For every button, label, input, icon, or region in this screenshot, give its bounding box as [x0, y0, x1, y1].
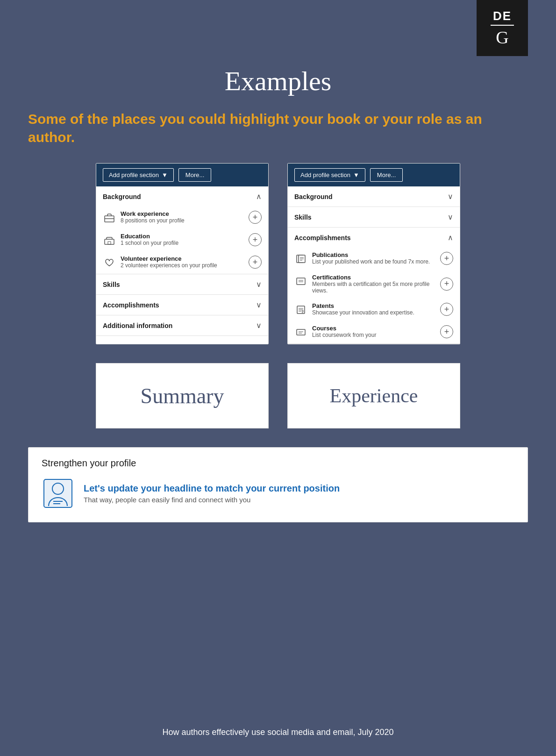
left-accomplishments-section: Accomplishments ∨	[96, 295, 268, 315]
footer-text: How authors effectively use social media…	[163, 727, 394, 737]
right-publications-sub: List your published work and be found 7x…	[312, 258, 435, 265]
left-edu-add-button[interactable]: +	[249, 233, 262, 246]
right-accomplishments-section: Accomplishments ∧ Publications List	[288, 228, 460, 344]
left-skills-header[interactable]: Skills ∨	[96, 274, 268, 294]
right-background-header[interactable]: Background ∨	[288, 186, 460, 207]
strengthen-content: Let's update your headline to match your…	[42, 477, 514, 510]
right-courses-text: Courses List coursework from your	[312, 325, 435, 338]
left-work-text: Work experience 8 positions on your prof…	[121, 210, 244, 224]
left-background-chevron-icon: ∧	[256, 192, 262, 201]
left-work-add-button[interactable]: +	[249, 211, 262, 224]
left-work-sub: 8 positions on your profile	[121, 217, 244, 224]
right-publications-add-button[interactable]: +	[440, 252, 453, 265]
right-patents-sub: Showcase your innovation and expertise.	[312, 309, 435, 316]
right-background-chevron-icon: ∨	[448, 192, 453, 201]
left-volunteer-sub: 2 volunteer experiences on your profile	[121, 262, 244, 269]
logo: DE G	[477, 0, 528, 56]
right-certifications-text: Certifications Members with a certificat…	[312, 274, 435, 294]
publications-icon	[294, 252, 307, 265]
left-background-header[interactable]: Background ∧	[96, 186, 268, 207]
left-additional-section: Additional information ∨	[96, 315, 268, 336]
left-work-item: Work experience 8 positions on your prof…	[96, 207, 268, 229]
left-edu-sub: 1 school on your profile	[121, 240, 244, 246]
strengthen-profile-box: Strengthen your profile Let's update you…	[28, 447, 528, 522]
right-patents-text: Patents Showcase your innovation and exp…	[312, 302, 435, 316]
panels-row: Add profile section ▼ More... Background…	[28, 163, 528, 344]
right-courses-title: Courses	[312, 325, 435, 332]
courses-icon	[294, 326, 307, 339]
logo-g: G	[496, 29, 508, 46]
left-additional-chevron-icon: ∨	[256, 321, 262, 330]
left-more-button[interactable]: More...	[178, 168, 211, 182]
right-certifications-sub: Members with a certification get 5x more…	[312, 281, 435, 294]
left-edu-text: Education 1 school on your profile	[121, 233, 244, 246]
left-volunteer-add-button[interactable]: +	[249, 256, 262, 269]
left-accomplishments-chevron-icon: ∨	[256, 300, 262, 309]
briefcase-icon	[103, 211, 116, 224]
svg-rect-9	[297, 278, 305, 285]
right-courses-item: Courses List coursework from your +	[288, 321, 460, 343]
left-panel-header: Add profile section ▼ More...	[96, 164, 268, 186]
right-certifications-add-button[interactable]: +	[440, 278, 453, 291]
page-subtitle: Some of the places you could highlight y…	[28, 110, 528, 146]
right-courses-add-button[interactable]: +	[440, 325, 453, 338]
left-accomplishments-header[interactable]: Accomplishments ∨	[96, 295, 268, 315]
left-additional-title: Additional information	[103, 322, 172, 329]
experience-box: Experience	[287, 363, 460, 428]
right-skills-header[interactable]: Skills ∨	[288, 207, 460, 227]
education-icon	[103, 234, 116, 247]
left-volunteer-title: Volunteer experience	[121, 255, 244, 262]
volunteer-icon	[103, 256, 116, 269]
right-courses-sub: List coursework from your	[312, 332, 435, 338]
strengthen-main-text: Let's update your headline to match your…	[84, 483, 340, 494]
right-add-chevron-icon: ▼	[353, 171, 359, 178]
left-edu-title: Education	[121, 233, 244, 240]
right-certifications-item: Certifications Members with a certificat…	[288, 270, 460, 299]
right-patents-title: Patents	[312, 302, 435, 309]
strengthen-title: Strengthen your profile	[42, 458, 514, 469]
summary-box: Summary	[96, 363, 269, 428]
left-add-profile-button[interactable]: Add profile section ▼	[103, 168, 174, 182]
right-publications-item: Publications List your published work an…	[288, 248, 460, 270]
experience-label: Experience	[330, 385, 418, 407]
right-panel-header: Add profile section ▼ More...	[288, 164, 460, 186]
right-patents-item: Patents Showcase your innovation and exp…	[288, 299, 460, 321]
logo-de: DE	[493, 10, 512, 22]
right-accomplishments-title: Accomplishments	[294, 234, 351, 242]
left-edu-item: Education 1 school on your profile +	[96, 229, 268, 251]
left-volunteer-text: Volunteer experience 2 volunteer experie…	[121, 255, 244, 269]
left-panel: Add profile section ▼ More... Background…	[96, 163, 269, 344]
right-skills-section: Skills ∨	[288, 207, 460, 228]
svg-rect-20	[297, 329, 305, 335]
page-title: Examples	[225, 65, 332, 97]
right-certifications-title: Certifications	[312, 274, 435, 281]
right-background-title: Background	[294, 193, 333, 200]
summary-experience-row: Summary Experience	[28, 363, 528, 428]
left-add-chevron-icon: ▼	[162, 171, 168, 178]
strengthen-profile-icon	[42, 477, 74, 510]
patents-icon	[294, 303, 307, 316]
right-accomplishments-chevron-icon: ∧	[448, 233, 453, 242]
left-background-section: Background ∧ Work experience 8 positions…	[96, 186, 268, 274]
strengthen-text-block: Let's update your headline to match your…	[84, 483, 340, 504]
left-background-title: Background	[103, 193, 141, 200]
certifications-icon	[294, 275, 307, 288]
left-accomplishments-title: Accomplishments	[103, 301, 159, 309]
right-publications-text: Publications List your published work an…	[312, 251, 435, 265]
logo-line	[491, 25, 514, 26]
left-skills-title: Skills	[103, 281, 120, 288]
right-patents-add-button[interactable]: +	[440, 303, 453, 316]
right-skills-chevron-icon: ∨	[448, 213, 453, 221]
left-volunteer-item: Volunteer experience 2 volunteer experie…	[96, 251, 268, 274]
right-panel: Add profile section ▼ More... Background…	[287, 163, 460, 344]
right-accomplishments-header[interactable]: Accomplishments ∧	[288, 228, 460, 248]
right-more-button[interactable]: More...	[370, 168, 403, 182]
right-add-profile-button[interactable]: Add profile section ▼	[294, 168, 365, 182]
svg-rect-3	[108, 242, 111, 244]
right-publications-title: Publications	[312, 251, 435, 258]
left-work-title: Work experience	[121, 210, 244, 217]
left-skills-chevron-icon: ∨	[256, 280, 262, 289]
left-add-profile-label: Add profile section	[109, 171, 159, 178]
left-additional-header[interactable]: Additional information ∨	[96, 315, 268, 335]
right-add-profile-label: Add profile section	[300, 171, 350, 178]
